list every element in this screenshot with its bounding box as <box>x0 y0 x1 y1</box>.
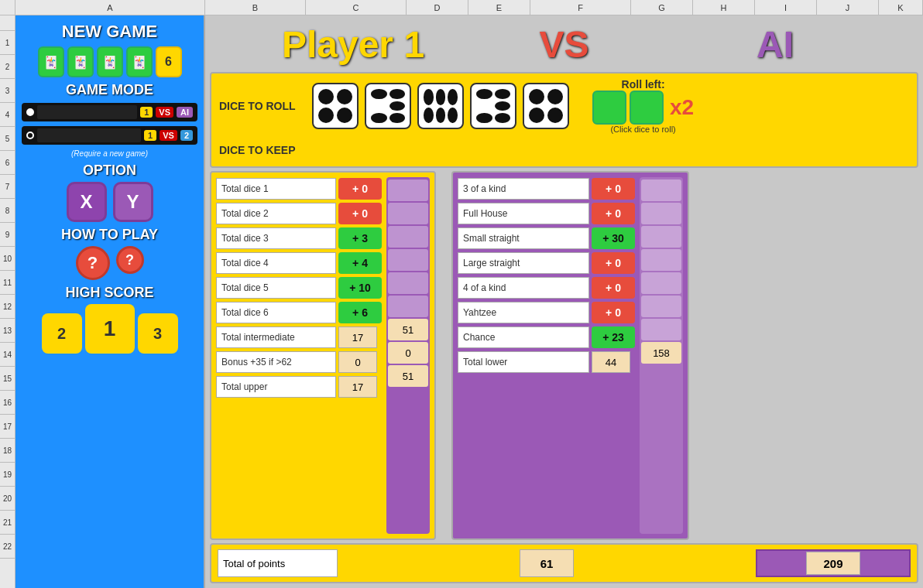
dot <box>389 101 406 111</box>
help-button-small[interactable]: ? <box>116 246 144 274</box>
player1-title: Player 1 <box>218 23 489 66</box>
score-name-dice4: Total dice 4 <box>216 252 336 274</box>
trophy-first[interactable]: 1 <box>85 304 135 354</box>
rh-6: 6 <box>0 151 15 175</box>
score-btn-smallstraight[interactable]: + 30 <box>592 227 635 249</box>
option-label: OPTION <box>83 162 136 179</box>
score-row-fullhouse: Full House + 0 <box>458 202 635 225</box>
upper-score-block: Total dice 1 + 0 Total dice 2 + 0 Total … <box>210 171 436 540</box>
die-4[interactable] <box>470 83 516 129</box>
p2-lower-3 <box>641 226 681 248</box>
dice-to-roll-label: DICE TO ROLL <box>219 100 304 112</box>
two-badge: 2 <box>180 130 193 141</box>
dot <box>389 113 406 123</box>
dot <box>495 89 511 99</box>
help-button-main[interactable]: ? <box>76 246 110 280</box>
score-cell-upper: 17 <box>338 376 377 398</box>
vs-badge-1: VS <box>156 107 173 118</box>
card-1[interactable]: 🃏 <box>38 46 64 77</box>
p2-upper-5 <box>388 272 428 294</box>
score-row-lower-total: Total lower 44 <box>458 350 635 374</box>
score-cell-lower: 44 <box>592 351 630 373</box>
col-a: A <box>15 0 205 15</box>
player-badge-1: 1 <box>140 107 153 118</box>
score-row-4kind: 4 of a kind + 0 <box>458 276 635 299</box>
die-2[interactable] <box>365 83 411 129</box>
die-3[interactable] <box>417 83 464 129</box>
die-5[interactable] <box>523 83 569 129</box>
how-to-play-label: HOW TO PLAY <box>61 227 158 243</box>
green-die-front[interactable] <box>630 91 664 125</box>
rh-11: 11 <box>0 271 15 295</box>
score-name-lower: Total lower <box>458 351 589 373</box>
score-btn-dice2[interactable]: + 0 <box>338 203 382 224</box>
score-btn-dice4[interactable]: + 4 <box>338 252 382 274</box>
p2-upper: 51 <box>388 365 428 387</box>
rh-7: 7 <box>0 175 15 199</box>
score-btn-3kind[interactable]: + 0 <box>592 178 635 200</box>
rh-2: 2 <box>0 55 15 79</box>
option-y-button[interactable]: Y <box>113 182 153 222</box>
trophy-third[interactable]: 3 <box>138 313 178 354</box>
score-btn-dice3[interactable]: + 3 <box>338 227 382 249</box>
upper-score-rows: Total dice 1 + 0 Total dice 2 + 0 Total … <box>216 177 382 534</box>
score-btn-4kind[interactable]: + 0 <box>592 277 635 299</box>
lower-purple-col: 158 <box>640 177 683 534</box>
game-mode-row-2: 1 VS 2 <box>22 126 197 145</box>
card-2[interactable]: 🃏 <box>67 46 94 77</box>
p2-lower-7 <box>641 319 681 340</box>
card-3[interactable]: 🃏 <box>97 46 123 77</box>
grand-total-row: Total of points 61 209 <box>210 543 918 583</box>
card-6[interactable]: 6 <box>156 46 182 77</box>
score-btn-dice5[interactable]: + 10 <box>338 277 382 299</box>
rh-22: 22 <box>0 535 15 559</box>
radio-2[interactable] <box>26 132 34 139</box>
dot <box>337 89 352 104</box>
score-row-dice1: Total dice 1 + 0 <box>216 177 382 200</box>
dot <box>389 89 406 99</box>
trophy-second[interactable]: 2 <box>42 313 82 354</box>
dot <box>424 108 434 124</box>
rh-10: 10 <box>0 247 15 271</box>
dot <box>436 89 446 105</box>
score-btn-chance[interactable]: + 23 <box>592 326 635 348</box>
radio-1[interactable] <box>26 108 34 116</box>
die-1[interactable] <box>312 83 359 129</box>
card-4[interactable]: 🃏 <box>126 46 153 77</box>
name-box-2[interactable] <box>37 128 141 142</box>
score-name-largestraight: Large straight <box>458 252 589 274</box>
p2-upper-2 <box>388 203 428 224</box>
col-f: F <box>530 0 631 15</box>
click-to-roll-text: (Click dice to roll) <box>610 125 675 134</box>
lower-score-block: 3 of a kind + 0 Full House + 0 Small str… <box>451 171 689 540</box>
game-area: Player 1 VS AI DICE TO ROLL <box>205 15 923 588</box>
col-h: H <box>693 0 755 15</box>
option-x-button[interactable]: X <box>67 182 107 222</box>
score-btn-fullhouse[interactable]: + 0 <box>592 203 635 224</box>
col-k: K <box>879 0 923 15</box>
high-score-section: HIGH SCORE 2 1 3 <box>22 285 197 354</box>
dot <box>495 113 511 123</box>
total-p1-val: 61 <box>520 549 574 577</box>
name-box-1[interactable] <box>37 105 137 119</box>
score-cell-intermediate: 17 <box>338 326 377 348</box>
rh-18: 18 <box>0 439 15 463</box>
score-btn-dice1[interactable]: + 0 <box>338 178 382 200</box>
rh-4: 4 <box>0 103 15 127</box>
rh-3: 3 <box>0 79 15 103</box>
score-btn-yahtzee[interactable]: + 0 <box>592 302 635 323</box>
score-btn-dice6[interactable]: + 6 <box>338 302 382 323</box>
score-name-3kind: 3 of a kind <box>458 178 589 200</box>
score-btn-largestraight[interactable]: + 0 <box>592 252 635 274</box>
rh-13: 13 <box>0 319 15 343</box>
upper-purple-col: 51 0 51 <box>386 177 430 534</box>
score-name-fullhouse: Full House <box>458 203 589 224</box>
col-b: B <box>205 0 306 15</box>
separator-1 <box>441 171 447 540</box>
score-sections: Total dice 1 + 0 Total dice 2 + 0 Total … <box>210 171 918 540</box>
dot <box>448 89 458 105</box>
high-score-label: HIGH SCORE <box>65 285 153 301</box>
trophy-row: 2 1 3 <box>42 304 178 354</box>
game-mode-label: GAME MODE <box>22 82 197 98</box>
green-die-back[interactable] <box>592 91 626 125</box>
